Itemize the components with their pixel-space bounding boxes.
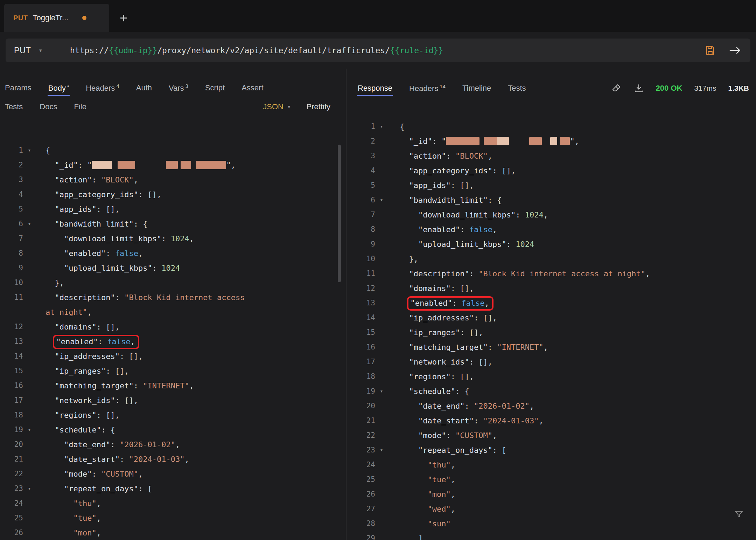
code-content: { — [46, 146, 50, 155]
code-line: 26 "mon", — [351, 487, 756, 501]
code-token: ", — [570, 137, 579, 146]
code-token: "_id" — [55, 161, 78, 169]
fold-toggle[interactable]: ▾ — [375, 123, 388, 130]
new-tab-button[interactable]: + — [109, 4, 138, 32]
code-line: 12 "domains": [], — [351, 281, 756, 296]
request-tab-file[interactable]: File — [73, 99, 87, 115]
request-tab-body[interactable]: Body• — [48, 80, 70, 96]
code-token — [400, 284, 409, 293]
fold-toggle[interactable]: ▾ — [375, 197, 388, 203]
clear-response-button[interactable] — [611, 83, 622, 94]
request-tab-vars[interactable]: Vars3 — [168, 80, 189, 96]
request-tab-params[interactable]: Params — [4, 80, 32, 96]
code-token — [400, 240, 418, 249]
response-tab-timeline[interactable]: Timeline — [462, 81, 492, 96]
code-content: "thu", — [46, 499, 101, 508]
code-token: : [ — [138, 484, 152, 493]
request-tab[interactable]: PUT ToggleTr... — [4, 4, 109, 32]
code-line: 18 "regions": [], — [351, 369, 756, 384]
code-content: "date_end": "2026-01-02", — [400, 402, 534, 410]
code-token: ", — [226, 161, 236, 169]
fold-toggle[interactable]: ▾ — [23, 221, 36, 227]
url-segment: https:// — [70, 46, 109, 55]
code-token — [46, 425, 55, 434]
line-number: 5 — [351, 181, 375, 189]
code-token: "date_start" — [418, 416, 474, 425]
code-token: "_id" — [409, 137, 432, 146]
response-tab-tests[interactable]: Tests — [507, 81, 526, 96]
code-token: : [], — [97, 323, 120, 331]
code-token: : [], — [115, 396, 138, 405]
code-token: at night" — [46, 308, 87, 317]
request-tab-docs[interactable]: Docs — [39, 99, 58, 115]
code-token — [46, 264, 64, 272]
line-number: 16 — [3, 381, 23, 390]
filter-response-button[interactable] — [734, 509, 744, 520]
code-token — [46, 367, 55, 375]
code-token — [400, 313, 409, 322]
url-input[interactable]: https://{{udm-ip}}/proxy/network/v2/api/… — [70, 46, 692, 55]
body-mode-selector[interactable]: JSON ▾ — [263, 102, 290, 111]
request-editor-scrollbar[interactable] — [338, 145, 341, 282]
code-line: at night", — [3, 305, 346, 319]
code-token: : — [488, 343, 497, 352]
code-token — [400, 328, 409, 337]
download-response-button[interactable] — [634, 83, 644, 94]
response-viewer[interactable]: 1▾{2 "_id": "",3 "action": "BLOCK",4 "ap… — [346, 119, 756, 540]
request-tab-tests[interactable]: Tests — [4, 99, 23, 115]
line-number: 12 — [3, 323, 23, 331]
send-button[interactable] — [729, 45, 742, 56]
code-line: 6▾ "bandwidth_limit": { — [351, 193, 756, 207]
code-content: "matching_target": "INTERNET", — [46, 381, 194, 390]
code-line: 25 "tue", — [3, 511, 346, 525]
line-number: 6 — [3, 220, 23, 228]
code-token: : — [161, 234, 171, 243]
code-token: : [], — [97, 411, 120, 420]
code-token: "action" — [409, 152, 446, 160]
fold-toggle[interactable]: ▾ — [375, 388, 388, 394]
line-number: 23 — [3, 484, 23, 493]
code-token — [400, 475, 427, 484]
method-selector[interactable]: PUT ▾ — [14, 46, 70, 55]
request-tab-assert[interactable]: Assert — [241, 80, 264, 96]
code-content: "_id": "", — [46, 161, 236, 169]
code-token: false — [107, 337, 130, 346]
url-bar: PUT ▾ https://{{udm-ip}}/proxy/network/v… — [6, 39, 750, 62]
code-token: "tue" — [73, 514, 96, 522]
code-token: "date_end" — [418, 402, 464, 410]
code-token — [400, 505, 427, 513]
request-body-editor[interactable]: 1▾{2 "_id": "",3 "action": "BLOCK",4 "ap… — [0, 143, 346, 540]
fold-toggle[interactable]: ▾ — [375, 447, 388, 453]
fold-toggle[interactable]: ▾ — [23, 147, 36, 153]
request-tab-headers[interactable]: Headers4 — [85, 80, 120, 96]
code-token: : [], — [460, 328, 483, 337]
code-token: "matching_target" — [409, 343, 488, 352]
code-token: , — [87, 308, 92, 317]
request-tab-script[interactable]: Script — [204, 80, 225, 96]
code-token: : { — [134, 220, 148, 228]
code-line: 10 }, — [3, 275, 346, 290]
fold-toggle[interactable]: ▾ — [23, 485, 36, 492]
code-content: "mon", — [400, 490, 455, 499]
code-token: : — [92, 175, 101, 184]
code-content: "app_category_ids": [], — [46, 190, 161, 199]
fold-toggle[interactable]: ▾ — [23, 427, 36, 433]
code-token: , — [488, 152, 492, 160]
code-content: "bandwidth_limit": { — [400, 196, 502, 205]
code-token: : [], — [474, 313, 497, 322]
code-content: "ip_ranges": [], — [46, 367, 129, 375]
code-token: "domains" — [409, 284, 451, 293]
code-token: : — [464, 402, 474, 410]
code-content: "domains": [], — [46, 323, 120, 331]
response-tab-headers[interactable]: Headers14 — [408, 80, 446, 96]
request-tab-auth[interactable]: Auth — [135, 80, 153, 96]
save-button[interactable] — [704, 44, 716, 56]
line-number: 5 — [3, 205, 23, 213]
prettify-button[interactable]: Prettify — [307, 102, 330, 111]
code-token — [400, 152, 409, 160]
tab-badge: 3 — [186, 83, 188, 89]
code-token — [46, 175, 55, 184]
response-tab-response[interactable]: Response — [357, 81, 393, 96]
code-token: "tue" — [427, 475, 450, 484]
code-content: "schedule": { — [46, 425, 115, 434]
